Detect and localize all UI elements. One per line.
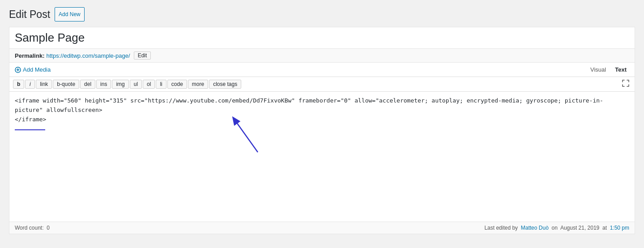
fmt-btn-b[interactable]: b — [13, 80, 24, 89]
fmt-btn-more[interactable]: more — [188, 80, 208, 89]
edit-date: August 21, 2019 — [560, 225, 599, 231]
edit-time[interactable]: 1:50 pm — [610, 225, 629, 231]
code-line-2: </iframe> — [15, 115, 629, 134]
author-link[interactable]: Matteo Duò — [521, 225, 549, 231]
code-line-1: <iframe width="560" height="315" src="ht… — [15, 96, 629, 115]
editor-wrapper: Permalink: https://editwp.com/sample-pag… — [9, 27, 635, 234]
format-buttons: b i link b-quote del ins img ul ol li co… — [13, 80, 241, 89]
word-count: Word count: 0 — [15, 225, 50, 231]
fmt-btn-bquote[interactable]: b-quote — [53, 80, 79, 89]
post-title-input[interactable] — [15, 31, 629, 45]
add-new-button[interactable]: Add New — [55, 7, 85, 21]
fmt-btn-li[interactable]: li — [156, 80, 166, 89]
permalink-row: Permalink: https://editwp.com/sample-pag… — [9, 49, 635, 63]
add-media-icon — [15, 67, 21, 73]
fullscreen-icon — [622, 80, 629, 87]
last-edited-text: Last edited by — [484, 225, 518, 231]
view-tabs: Visual Text — [586, 65, 631, 74]
fullscreen-button[interactable] — [620, 79, 631, 90]
fmt-btn-code[interactable]: code — [167, 80, 187, 89]
word-count-value: 0 — [47, 225, 50, 231]
fmt-btn-del[interactable]: del — [80, 80, 95, 89]
post-title-section — [9, 27, 635, 49]
on-text: on — [552, 225, 558, 231]
add-media-button[interactable]: Add Media — [13, 65, 52, 74]
at-text: at — [602, 225, 607, 231]
editor-footer: Word count: 0 Last edited by Matteo Duò … — [9, 222, 635, 234]
code-underline — [15, 129, 45, 130]
add-media-label: Add Media — [23, 66, 51, 73]
fmt-btn-img[interactable]: img — [112, 80, 128, 89]
fmt-btn-ol[interactable]: ol — [143, 80, 155, 89]
permalink-label: Permalink: — [15, 52, 44, 59]
fmt-btn-closetags[interactable]: close tags — [209, 80, 241, 89]
format-toolbar: b i link b-quote del ins img ul ol li co… — [9, 77, 635, 92]
tab-text[interactable]: Text — [610, 65, 631, 74]
permalink-url[interactable]: https://editwp.com/sample-page/ — [46, 52, 130, 59]
fmt-btn-ul[interactable]: ul — [130, 80, 142, 89]
editor-content-area[interactable]: <iframe width="560" height="315" src="ht… — [9, 92, 635, 222]
fmt-btn-ins[interactable]: ins — [96, 80, 111, 89]
page-wrapper: Edit Post Add New Permalink: https://edi… — [0, 0, 644, 248]
page-title: Edit Post — [9, 9, 50, 21]
word-count-label: Word count: — [15, 225, 43, 231]
footer-right: Last edited by Matteo Duò on August 21, … — [484, 225, 629, 231]
fmt-btn-i[interactable]: i — [25, 80, 35, 89]
fmt-btn-link[interactable]: link — [36, 80, 52, 89]
tab-visual[interactable]: Visual — [586, 65, 610, 74]
page-header: Edit Post Add New — [9, 7, 635, 21]
toolbar-row: Add Media Visual Text — [9, 63, 635, 77]
permalink-edit-button[interactable]: Edit — [134, 51, 151, 60]
